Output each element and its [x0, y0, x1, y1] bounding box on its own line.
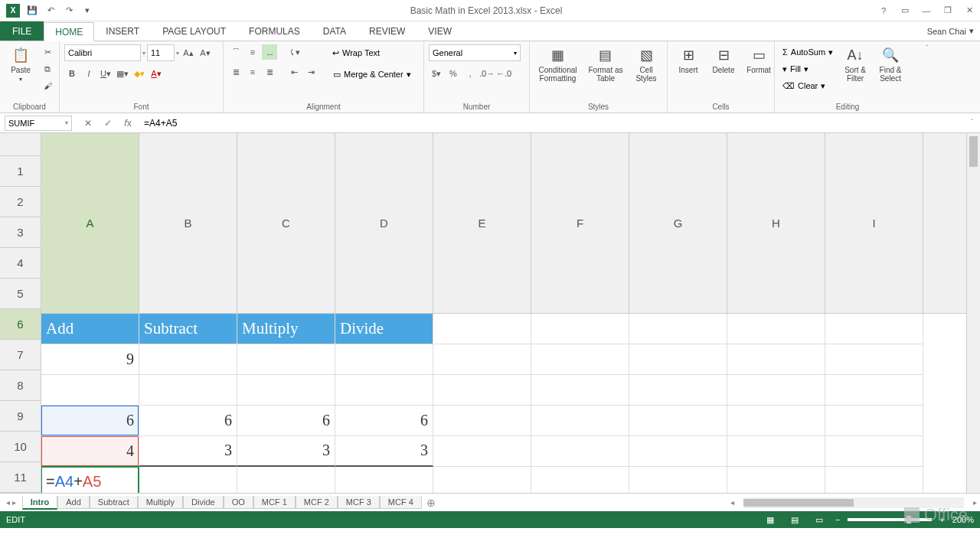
- collapse-ribbon-icon[interactable]: ˇ: [920, 41, 934, 112]
- cell[interactable]: [727, 375, 825, 406]
- fx-icon[interactable]: fx: [121, 118, 135, 129]
- column-header[interactable]: C: [237, 133, 335, 313]
- tab-formulas[interactable]: FORMULAS: [237, 21, 312, 41]
- insert-cells-button[interactable]: ⊞Insert: [672, 44, 704, 76]
- cell[interactable]: [629, 436, 727, 467]
- align-bottom-icon[interactable]: ⎵: [262, 44, 277, 60]
- clear-button[interactable]: ⌫Clear ▾: [779, 78, 836, 93]
- font-family-select[interactable]: Calibri: [64, 44, 141, 61]
- cell[interactable]: [433, 436, 531, 467]
- cell[interactable]: [433, 467, 531, 494]
- italic-button[interactable]: I: [81, 66, 96, 81]
- restore-icon[interactable]: ❐: [937, 2, 959, 20]
- cancel-formula-icon[interactable]: ✕: [81, 118, 95, 129]
- row-header[interactable]: 3: [0, 217, 41, 248]
- cell[interactable]: 6: [41, 406, 139, 436]
- minimize-icon[interactable]: —: [916, 2, 937, 20]
- copy-icon[interactable]: ⧉: [40, 61, 55, 77]
- format-as-table-button[interactable]: ▤Format as Table: [584, 44, 627, 84]
- row-header[interactable]: 5: [0, 279, 41, 309]
- cell[interactable]: [629, 344, 727, 375]
- comma-format-icon[interactable]: ,: [462, 66, 478, 81]
- cell[interactable]: [237, 467, 335, 494]
- borders-icon[interactable]: ▦▾: [115, 66, 130, 81]
- bold-button[interactable]: B: [64, 66, 80, 81]
- cell[interactable]: Multiply: [237, 314, 335, 344]
- cell[interactable]: [531, 436, 629, 467]
- row-header[interactable]: 10: [0, 432, 41, 462]
- percent-format-icon[interactable]: %: [446, 66, 461, 81]
- cell[interactable]: [825, 375, 923, 406]
- cell[interactable]: [727, 314, 825, 344]
- formula-input[interactable]: =A4+A5: [139, 118, 965, 129]
- column-header[interactable]: D: [335, 133, 433, 313]
- close-icon[interactable]: ✕: [959, 2, 980, 20]
- enter-formula-icon[interactable]: ✓: [101, 118, 115, 129]
- row-header[interactable]: 11: [0, 462, 41, 493]
- font-color-icon[interactable]: A▾: [149, 66, 164, 81]
- column-header[interactable]: H: [727, 133, 825, 313]
- cell[interactable]: [825, 406, 923, 436]
- cell[interactable]: [335, 344, 433, 375]
- cell[interactable]: [531, 406, 629, 436]
- sheet-tab[interactable]: MCF 2: [296, 496, 338, 509]
- merge-center-button[interactable]: ▭Merge & Center ▾: [328, 66, 416, 83]
- row-header[interactable]: 6: [0, 309, 41, 340]
- column-header[interactable]: F: [531, 133, 629, 313]
- cut-icon[interactable]: ✂: [40, 44, 55, 60]
- normal-view-icon[interactable]: ▦: [762, 514, 779, 526]
- help-icon[interactable]: ?: [873, 2, 894, 20]
- cell-styles-button[interactable]: ▧Cell Styles: [630, 44, 662, 84]
- scroll-thumb[interactable]: [743, 499, 854, 507]
- qat-dropdown-icon[interactable]: ▾: [81, 5, 93, 17]
- cell[interactable]: [825, 344, 923, 375]
- select-all-corner[interactable]: [0, 133, 41, 156]
- tab-page-layout[interactable]: PAGE LAYOUT: [151, 21, 237, 41]
- accounting-format-icon[interactable]: $▾: [429, 66, 444, 81]
- cell[interactable]: [41, 375, 139, 406]
- tab-file[interactable]: FILE: [0, 21, 44, 41]
- column-header[interactable]: A: [41, 133, 139, 313]
- expand-formula-bar-icon[interactable]: ˇ: [965, 119, 980, 127]
- format-painter-icon[interactable]: 🖌: [40, 78, 55, 93]
- cell[interactable]: Subtract: [139, 314, 237, 344]
- row-header[interactable]: 8: [0, 370, 41, 401]
- cell[interactable]: [335, 467, 433, 494]
- align-middle-icon[interactable]: ≡: [245, 44, 260, 60]
- align-top-icon[interactable]: ⎴: [228, 44, 243, 60]
- sheet-tab[interactable]: Divide: [183, 496, 224, 509]
- decrease-decimal-icon[interactable]: ←.0: [496, 66, 511, 81]
- sheet-nav[interactable]: ◂ ▸: [0, 498, 22, 507]
- row-header[interactable]: 9: [0, 401, 41, 432]
- cell[interactable]: 9: [41, 344, 139, 375]
- save-icon[interactable]: 💾: [26, 5, 38, 17]
- tab-home[interactable]: HOME: [44, 22, 94, 41]
- row-header[interactable]: 7: [0, 340, 41, 370]
- tab-data[interactable]: DATA: [312, 21, 358, 41]
- tab-review[interactable]: REVIEW: [358, 21, 416, 41]
- cell[interactable]: [629, 314, 727, 344]
- cell[interactable]: 6: [237, 406, 335, 436]
- cell-editing[interactable]: =A4+A5: [41, 467, 139, 494]
- cell[interactable]: 3: [237, 436, 335, 467]
- tab-view[interactable]: VIEW: [416, 21, 463, 41]
- cell[interactable]: Add: [41, 314, 139, 344]
- column-header[interactable]: G: [629, 133, 727, 313]
- sheet-tab[interactable]: MCF 1: [253, 496, 296, 509]
- font-size-select[interactable]: 11: [147, 44, 175, 61]
- cell[interactable]: [335, 375, 433, 406]
- sheet-tab[interactable]: Intro: [22, 496, 57, 510]
- cell[interactable]: 6: [335, 406, 433, 436]
- scroll-left-icon[interactable]: ◂: [730, 498, 734, 507]
- wrap-text-button[interactable]: ↩Wrap Text: [328, 44, 416, 61]
- sheet-tab[interactable]: Add: [57, 496, 90, 509]
- undo-icon[interactable]: ↶: [44, 5, 57, 17]
- find-select-button[interactable]: 🔍Find & Select: [874, 44, 906, 84]
- page-layout-view-icon[interactable]: ▤: [786, 514, 803, 526]
- cell[interactable]: 6: [139, 406, 237, 436]
- row-header[interactable]: 4: [0, 248, 41, 279]
- sheet-tab[interactable]: Subtract: [90, 496, 138, 509]
- scroll-thumb[interactable]: [969, 136, 978, 167]
- scroll-right-icon[interactable]: ▸: [973, 498, 977, 507]
- row-header[interactable]: 2: [0, 187, 41, 217]
